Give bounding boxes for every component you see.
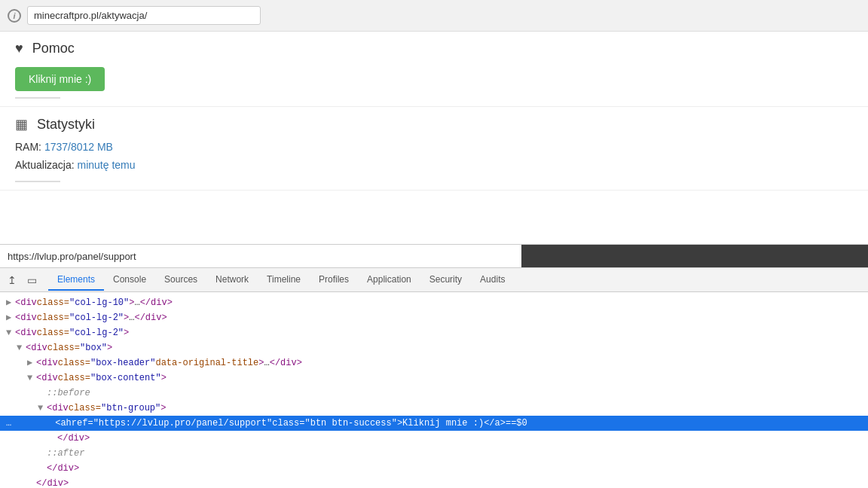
toggle-3[interactable]: ▼ bbox=[6, 326, 15, 340]
device-icon[interactable]: ▭ bbox=[23, 271, 41, 289]
ram-line: RAM: 1737/8012 MB bbox=[15, 139, 853, 157]
main-content: ♥ Pomoc Kliknij mnie :) ▦ Statystyki RAM… bbox=[0, 32, 868, 191]
pomoc-title: Pomoc bbox=[32, 41, 75, 56]
heart-icon: ♥ bbox=[15, 41, 23, 56]
tab-profiles[interactable]: Profiles bbox=[310, 270, 358, 291]
chart-icon: ▦ bbox=[15, 116, 28, 133]
inspector-icon[interactable]: ↥ bbox=[3, 271, 21, 289]
tab-timeline[interactable]: Timeline bbox=[258, 270, 310, 291]
code-line-10[interactable]: ::after bbox=[0, 446, 868, 461]
code-line-8[interactable]: ▼ <div class="btn-group"> bbox=[0, 401, 868, 416]
tab-console[interactable]: Console bbox=[104, 270, 155, 291]
pomoc-widget: ♥ Pomoc Kliknij mnie :) bbox=[0, 32, 868, 107]
code-line-2[interactable]: ▶ <div class="col-lg-2">…</div> bbox=[0, 310, 868, 325]
code-line-4[interactable]: ▼ <div class="box"> bbox=[0, 340, 868, 355]
statystyki-divider bbox=[15, 181, 60, 182]
statystyki-widget: ▦ Statystyki RAM: 1737/8012 MB Aktualiza… bbox=[0, 107, 868, 191]
toggle-1[interactable]: ▶ bbox=[6, 296, 15, 310]
toggle-2[interactable]: ▶ bbox=[6, 311, 15, 325]
statystyki-header: ▦ Statystyki bbox=[15, 116, 853, 133]
toggle-8[interactable]: ▼ bbox=[38, 401, 47, 415]
update-label: Aktualizacja: bbox=[15, 159, 75, 171]
info-icon: i bbox=[8, 9, 21, 23]
code-line-12[interactable]: </div> bbox=[0, 476, 868, 488]
tab-security[interactable]: Security bbox=[420, 270, 471, 291]
tab-application[interactable]: Application bbox=[358, 270, 420, 291]
devtools-tabs: Elements Console Sources Network Timelin… bbox=[48, 270, 514, 291]
devtools-url-right-panel bbox=[521, 245, 868, 267]
pomoc-header: ♥ Pomoc bbox=[15, 41, 853, 56]
code-line-3[interactable]: ▼ <div class="col-lg-2"> bbox=[0, 325, 868, 340]
pomoc-divider bbox=[15, 97, 60, 99]
devtools-url-input[interactable] bbox=[0, 245, 521, 267]
code-line-7[interactable]: ::before bbox=[0, 386, 868, 401]
code-line-5[interactable]: ▶ <div class="box-header" data-original-… bbox=[0, 355, 868, 371]
devtools-code-panel: ▶ <div class="col-lg-10">…</div> ▶ <div … bbox=[0, 292, 868, 488]
statystyki-title: Statystyki bbox=[37, 117, 95, 133]
devtools-toolbar: ↥ ▭ Elements Console Sources Network Tim… bbox=[0, 268, 868, 292]
url-bar[interactable]: minecraftpro.pl/aktywacja/ bbox=[27, 6, 261, 25]
tab-network[interactable]: Network bbox=[206, 270, 258, 291]
ram-label: RAM: bbox=[15, 141, 41, 153]
dots-button[interactable]: … bbox=[6, 416, 11, 430]
kliknij-mnie-button[interactable]: Kliknij mnie :) bbox=[15, 67, 105, 91]
devtools-panel: ↥ ▭ Elements Console Sources Network Tim… bbox=[0, 244, 868, 488]
devtools-url-bar bbox=[0, 245, 868, 268]
code-line-selected[interactable]: … <a href="https://lvlup.pro/panel/suppo… bbox=[0, 416, 868, 431]
tab-elements[interactable]: Elements bbox=[48, 270, 104, 291]
toggle-5[interactable]: ▶ bbox=[27, 356, 36, 370]
update-value: minutę temu bbox=[77, 159, 135, 171]
code-line-6[interactable]: ▼ <div class="box-content"> bbox=[0, 371, 868, 386]
code-line-11[interactable]: </div> bbox=[0, 461, 868, 476]
tab-audits[interactable]: Audits bbox=[471, 270, 514, 291]
toggle-6[interactable]: ▼ bbox=[27, 371, 36, 385]
ram-value: 1737/8012 MB bbox=[44, 141, 113, 153]
tab-sources[interactable]: Sources bbox=[155, 270, 206, 291]
toggle-4[interactable]: ▼ bbox=[17, 341, 26, 355]
devtools-icon-group: ↥ ▭ bbox=[3, 271, 41, 289]
stats-text: RAM: 1737/8012 MB Aktualizacja: minutę t… bbox=[15, 139, 853, 175]
update-line: Aktualizacja: minutę temu bbox=[15, 157, 853, 175]
browser-url-bar: i minecraftpro.pl/aktywacja/ bbox=[0, 0, 868, 32]
code-line-1[interactable]: ▶ <div class="col-lg-10">…</div> bbox=[0, 295, 868, 310]
code-line-9[interactable]: </div> bbox=[0, 431, 868, 446]
